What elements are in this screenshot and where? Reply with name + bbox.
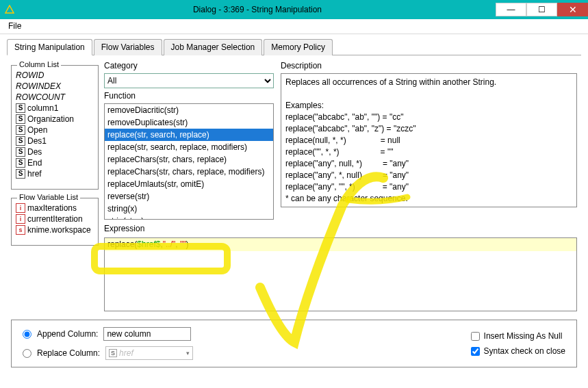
description-line: replace("any", "", *) = "any" bbox=[285, 181, 572, 193]
variable-type-icon: s bbox=[16, 225, 25, 235]
column-list-label: Column List bbox=[17, 60, 61, 68]
function-label: Function bbox=[104, 91, 274, 101]
description-box[interactable]: Replaces all occurrences of a String wit… bbox=[281, 73, 577, 207]
svg-marker-0 bbox=[5, 5, 14, 13]
list-item[interactable]: replaceChars(str, chars, replace) bbox=[105, 153, 273, 166]
list-item[interactable]: replaceChars(str, chars, replace, modifi… bbox=[105, 166, 273, 178]
description-line: * can be any character sequence. bbox=[285, 193, 572, 205]
list-item[interactable]: string(x) bbox=[105, 203, 273, 215]
string-type-icon: S bbox=[16, 136, 25, 146]
list-item[interactable]: Shref bbox=[14, 168, 95, 179]
description-label: Description bbox=[281, 61, 577, 70]
replace-column-radio[interactable] bbox=[23, 349, 31, 358]
description-line: replace("any", null, *) = "any" bbox=[285, 158, 572, 170]
title-bar: Dialog - 3:369 - String Manipulation — ☐… bbox=[0, 0, 588, 19]
category-label: Category bbox=[104, 61, 274, 70]
list-item[interactable]: replace(str, search, replace, modifiers) bbox=[105, 141, 273, 153]
window-title: Dialog - 3:369 - String Manipulation bbox=[19, 5, 496, 14]
list-item[interactable]: SDes1 bbox=[14, 135, 95, 146]
string-type-icon: S bbox=[16, 169, 25, 179]
list-item[interactable]: icurrentIteration bbox=[14, 214, 95, 224]
variable-type-icon: i bbox=[16, 203, 25, 213]
string-type-icon: S bbox=[109, 349, 117, 357]
expression-editor[interactable]: replace($href$,"../", "") bbox=[104, 237, 577, 311]
expression-label: Expression bbox=[104, 224, 577, 233]
list-item[interactable]: ROWINDEX bbox=[14, 81, 95, 92]
tab-string-manipulation[interactable]: String Manipulation bbox=[7, 39, 92, 55]
string-type-icon: S bbox=[16, 158, 25, 168]
maximize-button[interactable]: ☐ bbox=[526, 3, 557, 16]
app-icon bbox=[0, 5, 19, 14]
syntax-check-checkbox[interactable] bbox=[471, 347, 480, 356]
string-type-icon: S bbox=[16, 103, 25, 113]
menu-file[interactable]: File bbox=[4, 20, 25, 32]
category-select[interactable]: All bbox=[104, 73, 274, 88]
list-item[interactable]: removeDiacritic(str) bbox=[105, 104, 273, 116]
insert-missing-checkbox[interactable] bbox=[471, 332, 480, 341]
list-item[interactable]: SOrganization bbox=[14, 114, 95, 125]
append-column-label: Append Column: bbox=[37, 329, 98, 339]
replace-column-select[interactable]: S ▾ bbox=[105, 346, 193, 360]
expression-line[interactable]: replace($href$,"../", "") bbox=[105, 238, 576, 251]
string-type-icon: S bbox=[16, 147, 25, 157]
function-list[interactable]: removeDiacritic(str)removeDuplicates(str… bbox=[104, 103, 274, 220]
variable-type-icon: i bbox=[16, 214, 25, 224]
list-item[interactable]: SEnd bbox=[14, 157, 95, 168]
list-item[interactable]: sknime.workspace bbox=[14, 224, 95, 235]
column-list-panel: Column List ROWIDROWINDEXROWCOUNTScolumn… bbox=[11, 65, 99, 190]
description-line: replace("abcabc", "ab", "z") = "zczc" bbox=[285, 123, 572, 135]
close-button[interactable]: ✕ bbox=[557, 3, 588, 16]
list-item[interactable]: strip(str...) bbox=[105, 215, 273, 220]
flow-variable-list[interactable]: imaxIterationsicurrentIterationsknime.wo… bbox=[14, 203, 95, 242]
string-type-icon: S bbox=[16, 125, 25, 135]
minimize-button[interactable]: — bbox=[496, 3, 526, 16]
description-line: replace(null, *, *) = null bbox=[285, 135, 572, 146]
tab-flow-variables[interactable]: Flow Variables bbox=[94, 39, 162, 55]
list-item[interactable]: ROWID bbox=[14, 70, 95, 81]
description-line: Replaces all occurrences of a String wit… bbox=[285, 77, 572, 88]
replace-column-label: Replace Column: bbox=[37, 348, 100, 358]
list-item[interactable]: imaxIterations bbox=[14, 203, 95, 214]
menu-bar: File bbox=[0, 19, 588, 34]
list-item[interactable]: SOpen bbox=[14, 125, 95, 135]
list-item[interactable]: removeDuplicates(str) bbox=[105, 116, 273, 129]
list-item[interactable]: replaceUmlauts(str, omitE) bbox=[105, 178, 273, 190]
description-line: replace("abcabc", "ab", "") = "cc" bbox=[285, 112, 572, 123]
output-panel: Append Column: Replace Column: S ▾ Inser… bbox=[11, 320, 577, 367]
column-list[interactable]: ROWIDROWINDEXROWCOUNTScolumn1SOrganizati… bbox=[14, 70, 95, 186]
append-column-input[interactable] bbox=[103, 327, 191, 341]
description-line: Examples: bbox=[285, 100, 572, 112]
list-item[interactable]: SDes bbox=[14, 146, 95, 157]
syntax-check-label: Syntax check on close bbox=[484, 346, 565, 356]
list-item[interactable]: Scolumn1 bbox=[14, 103, 95, 114]
description-line: replace("any", *, null) = "any" bbox=[285, 170, 572, 181]
list-item[interactable]: reverse(str) bbox=[105, 190, 273, 203]
string-type-icon: S bbox=[16, 114, 25, 124]
chevron-down-icon: ▾ bbox=[186, 350, 190, 357]
append-column-radio[interactable] bbox=[23, 330, 31, 339]
tab-bar: String Manipulation Flow Variables Job M… bbox=[7, 38, 581, 55]
description-line: replace("", *, *) = "" bbox=[285, 146, 572, 158]
list-item[interactable]: replace(str, search, replace) bbox=[105, 129, 273, 141]
list-item[interactable]: ROWCOUNT bbox=[14, 92, 95, 103]
tab-memory-policy[interactable]: Memory Policy bbox=[264, 39, 333, 55]
insert-missing-label: Insert Missing As Null bbox=[484, 331, 563, 341]
flow-variable-label: Flow Variable List bbox=[17, 193, 80, 201]
description-line bbox=[285, 88, 572, 100]
flow-variable-panel: Flow Variable List imaxIterationsicurren… bbox=[11, 198, 99, 246]
tab-job-manager[interactable]: Job Manager Selection bbox=[164, 39, 263, 55]
